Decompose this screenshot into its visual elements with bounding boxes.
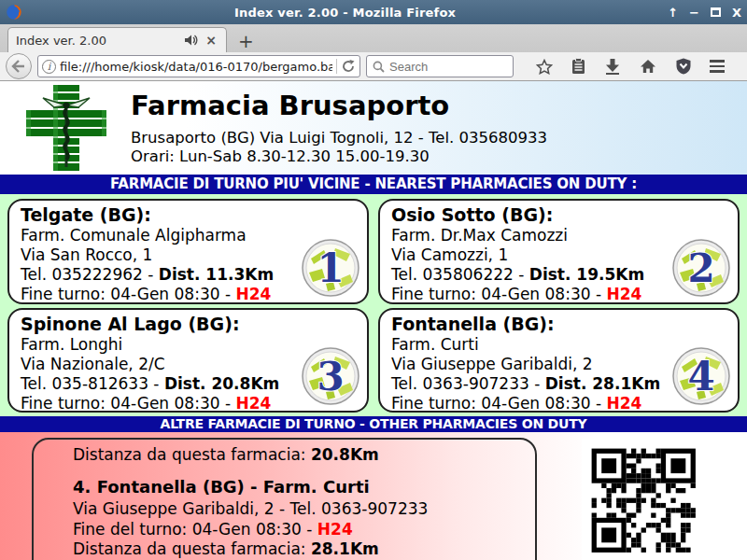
h24-badge: H24 [606,285,641,303]
list-heading-4: 4. Fontanella (BG) - Farm. Curti [73,477,526,497]
other-pharmacies-list: Fine del turno: 04-Gen 08:30 - H24 Dista… [32,438,537,560]
other-pharmacies-section: Fine del turno: 04-Gen 08:30 - H24 Dista… [0,432,747,560]
menu-icon[interactable] [707,57,727,76]
h24-badge: H24 [235,285,271,303]
bookmarks-menu-icon[interactable] [569,55,588,77]
pharmacy-cross-logo [26,85,106,171]
tab-title: Index ver. 2.00 [16,34,179,48]
toolbar-buttons [519,55,741,77]
search-box[interactable] [366,55,514,77]
card-distance: Dist. 11.3Km [159,265,274,284]
card-distance: Dist. 28.1Km [545,374,660,393]
qr-column: Data di oggi - Today's date : [537,432,747,560]
reload-icon[interactable] [341,59,356,74]
firefox-icon [6,4,22,21]
shade-window-button[interactable]: ↑ [668,7,678,19]
tab-index[interactable]: Index ver. 2.00 × [7,27,227,52]
close-window-button[interactable]: X [732,7,741,19]
h24-badge: H24 [606,394,641,413]
pharmacy-hours: Orari: Lun-Sab 8.30-12.30 15.00-19.30 [131,147,547,166]
list-address-line-4: Via Giuseppe Garibaldi, 2 - Tel. 0363-90… [73,499,526,520]
tab-audio-icon[interactable] [185,35,198,46]
map-number-icon-3: 3 [302,347,359,405]
list-distance-line-3: Distanza da questa farmacia: 20.8Km [73,445,526,466]
map-number-icon-2: 2 [672,239,730,297]
qr-code [582,439,706,560]
home-icon[interactable] [637,56,659,77]
url-text[interactable]: file:///home/kiosk/data/016-0170/bergamo… [60,60,332,74]
window-title: Index ver. 2.00 - Mozilla Firefox [22,6,668,20]
map-number-icon-4: 4 [672,347,730,405]
window-titlebar: Index ver. 2.00 - Mozilla Firefox ↑ − X [0,0,747,24]
list-shift-line-4: Fine del turno: 04-Gen 08:30 - H24 [73,520,526,540]
pharmacy-header: Farmacia Brusaporto Brusaporto (BG) Via … [0,81,747,175]
card-city: Osio Sotto (BG): [391,203,728,226]
svg-text:2: 2 [687,245,714,291]
bookmark-star-icon[interactable] [533,56,556,77]
nearest-pharmacies-grid: Telgate (BG): Farm. Comunale Algipharma … [0,194,747,416]
card-distance: Dist. 20.8Km [164,374,279,393]
back-button[interactable] [6,53,32,79]
pharmacy-address: Brusaporto (BG) Via Luigi Tognoli, 12 - … [131,129,547,147]
downloads-icon[interactable] [602,56,623,77]
shield-icon[interactable] [673,55,694,77]
list-distance-line-4: Distanza da questa farmacia: 28.1Km [73,539,526,560]
card-city: Spinone Al Lago (BG): [21,313,358,335]
url-bar[interactable]: i file:///home/kiosk/data/016-0170/berga… [37,55,360,77]
page-title: Farmacia Brusaporto [131,90,547,121]
h24-badge: H24 [235,394,271,413]
h24-badge: H24 [317,438,353,443]
pharmacy-card-3[interactable]: Spinone Al Lago (BG): Farm. Longhi Via N… [7,308,369,413]
back-arrow-icon [11,60,26,73]
minimize-button[interactable]: − [689,7,699,19]
page-content: Farmacia Brusaporto Brusaporto (BG) Via … [0,81,747,560]
svg-text:1: 1 [317,245,344,291]
new-tab-button[interactable]: + [227,32,265,52]
list-shift-line-3: Fine del turno: 04-Gen 08:30 - H24 [73,438,526,445]
url-separator [336,59,337,74]
pharmacy-card-1[interactable]: Telgate (BG): Farm. Comunale Algipharma … [7,199,369,304]
pharmacy-card-2[interactable]: Osio Sotto (BG): Farm. Dr.Max Camozzi Vi… [378,199,740,304]
tab-bar: Index ver. 2.00 × + [0,24,747,52]
pharmacy-card-4[interactable]: Fontanella (BG): Farm. Curti Via Giusepp… [378,308,740,413]
h24-badge: H24 [317,520,353,539]
search-icon [373,61,385,73]
card-city: Telgate (BG): [21,203,358,226]
tab-close-icon[interactable]: × [204,33,218,48]
card-city: Fontanella (BG): [391,313,728,335]
restore-button[interactable] [711,7,721,17]
other-pharmacies-banner: ALTRE FARMACIE DI TURNO - OTHER PHARMACI… [0,416,747,432]
nearest-pharmacies-banner: FARMACIE DI TURNO PIU' VICINE - NEAREST … [0,175,747,194]
map-number-icon-1: 1 [302,239,359,297]
search-input[interactable] [389,60,492,74]
svg-text:3: 3 [317,354,344,399]
svg-text:4: 4 [687,354,714,399]
card-distance: Dist. 19.5Km [529,265,644,284]
navigation-toolbar: i file:///home/kiosk/data/016-0170/berga… [0,52,747,81]
page-info-icon[interactable]: i [42,60,56,74]
